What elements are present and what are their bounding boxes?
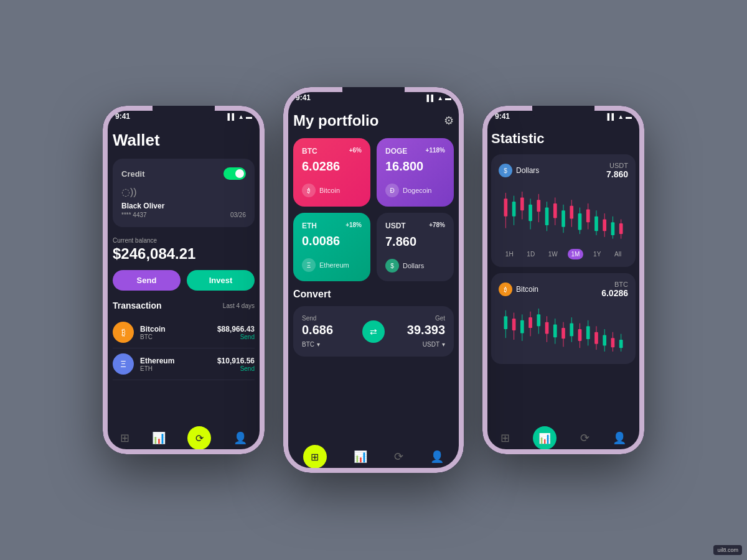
tf-1y[interactable]: 1Y [590,249,604,259]
bitcoin-name: Bitcoin [516,285,538,294]
balance-label: Current balance [113,237,255,244]
svg-rect-15 [561,210,565,226]
phones-container: 9:41 ▌▌ ▲ ▬ Wallet Credit ◌)) Black Oliv… [103,87,644,473]
svg-rect-31 [504,316,508,329]
tf-all[interactable]: All [611,249,625,259]
bottom-nav-wallet: ⊞ 📊 ⟳ 👤 [103,422,265,454]
nav-apps-wallet[interactable]: ⊞ [120,431,129,445]
tf-1m[interactable]: 1M [568,249,584,259]
card-expiry: 03/26 [230,212,246,218]
nav-exchange-wallet[interactable]: ⟳ [187,426,211,450]
tf-1w[interactable]: 1W [545,249,561,259]
status-icons-statistic: ▌▌ ▲ ▬ [607,113,632,120]
svg-rect-33 [512,319,516,330]
convert-send: Send 0.686 BTC ▾ [302,315,356,348]
svg-rect-53 [594,332,598,344]
svg-rect-51 [586,326,590,339]
svg-rect-23 [594,217,598,231]
nav-chart-wallet[interactable]: 📊 [152,431,166,445]
credit-label: Credit [121,169,145,179]
usdt-symbol: USDT [385,222,406,230]
dollars-value-num: 7.860 [606,169,628,179]
doge-change: +118% [426,147,445,154]
svg-rect-21 [586,209,590,222]
convert-get: Get 39.393 USDT ▾ [391,315,445,348]
status-time-statistic: 9:41 [495,112,510,121]
svg-rect-55 [603,335,606,345]
tx-name-eth: Ethereum [140,357,211,365]
send-button[interactable]: Send [113,270,181,291]
tx-value-btc: $88,966.43 [217,325,255,334]
btc-name: Bitcoin [319,187,340,194]
bitcoin-coin-icon: ₿ [499,282,512,296]
svg-rect-43 [553,324,557,337]
convert-get-currency[interactable]: USDT ▾ [391,341,445,348]
tx-code-btc: BTC [140,334,211,340]
tx-amount-btc: $88,966.43 Send [217,325,255,340]
doge-bottom: Ð Dogecoin [385,184,445,197]
svg-rect-25 [603,219,606,231]
phone-statistic: 9:41 ▌▌ ▲ ▬ Statistic $ Dollars USDT 7.8… [482,106,644,454]
filter-icon[interactable]: ⚙ [444,114,454,128]
crypto-card-usdt[interactable]: USDT +78% 7.860 $ Dollars [377,213,454,281]
crypto-card-doge[interactable]: DOGE +118% 16.800 Ð Dogecoin [377,138,454,207]
status-icons-portfolio: ▌▌ ▲ ▬ [426,95,451,101]
btc-coin-icon: ₿ [302,184,316,197]
svg-rect-49 [578,329,582,341]
nav-apps-statistic[interactable]: ⊞ [500,431,510,445]
credit-toggle[interactable] [223,167,246,180]
nav-profile-statistic[interactable]: 👤 [613,431,626,445]
transaction-item-eth[interactable]: Ξ Ethereum ETH $10,916.56 Send [113,348,255,380]
crypto-card-eth[interactable]: ETH +18% 0.0086 Ξ Ethereum [293,213,370,281]
eth-bottom: Ξ Ethereum [302,258,362,272]
nfc-icon: ◌)) [121,186,246,198]
convert-row: Send 0.686 BTC ▾ ⇄ Get 39.393 [302,315,445,348]
doge-value: 16.800 [385,159,445,174]
tx-code-eth: ETH [140,365,211,372]
wallet-content: Wallet Credit ◌)) Black Oliver **** 4437… [103,123,265,388]
nav-exchange-portfolio[interactable]: ⟳ [394,450,403,464]
usdt-change: +78% [429,222,445,228]
dollars-chart [499,185,628,241]
nav-profile-portfolio[interactable]: 👤 [430,450,444,464]
crypto-card-btc[interactable]: BTC +6% 6.0286 ₿ Bitcoin [293,138,370,207]
bitcoin-ticker-label: BTC [601,281,628,288]
transaction-item-btc[interactable]: ₿ Bitcoin BTC $88,966.43 Send [113,317,255,348]
svg-rect-1 [504,198,508,216]
svg-rect-41 [545,322,549,334]
notch-wallet [153,106,215,119]
convert-send-currency[interactable]: BTC ▾ [302,341,356,348]
btc-icon: ₿ [113,322,134,343]
card-number: **** 4437 [121,212,147,218]
nav-chart-statistic[interactable]: 📊 [533,426,557,450]
bottom-nav-statistic: ⊞ 📊 ⟳ 👤 [482,422,644,454]
eth-symbol: ETH [302,222,317,230]
swap-button[interactable]: ⇄ [362,320,385,343]
nav-apps-portfolio[interactable]: ⊞ [303,445,327,469]
notch-statistic [532,106,594,119]
portfolio-content: My portfolio ⚙ BTC +6% 6.0286 ₿ Bitcoin [283,105,464,364]
bottom-nav-portfolio: ⊞ 📊 ⟳ 👤 [283,441,464,473]
svg-rect-27 [611,222,615,235]
send-currency-chevron: ▾ [317,341,320,348]
svg-rect-19 [578,213,582,230]
bitcoin-chart [499,304,628,354]
nav-profile-wallet[interactable]: 👤 [233,431,247,445]
usdt-coin-icon: $ [385,259,399,273]
phone-wallet: 9:41 ▌▌ ▲ ▬ Wallet Credit ◌)) Black Oliv… [103,106,265,454]
svg-rect-3 [512,202,516,217]
eth-coin-icon: Ξ [302,258,316,272]
nav-chart-portfolio[interactable]: 📊 [354,450,367,464]
stat-dollars-value: USDT 7.860 [606,162,628,179]
svg-rect-39 [537,314,540,326]
send-currency-label: BTC [302,341,314,348]
chart-timeframes: 1H 1D 1W 1M 1Y All [499,249,628,259]
convert-get-amount: 39.393 [391,323,445,337]
tf-1h[interactable]: 1H [502,249,517,259]
svg-rect-37 [529,317,532,328]
transaction-title: Transaction [113,301,162,310]
svg-rect-9 [537,200,540,212]
nav-exchange-statistic[interactable]: ⟳ [580,431,590,445]
tf-1d[interactable]: 1D [523,249,538,259]
invest-button[interactable]: Invest [187,270,255,291]
